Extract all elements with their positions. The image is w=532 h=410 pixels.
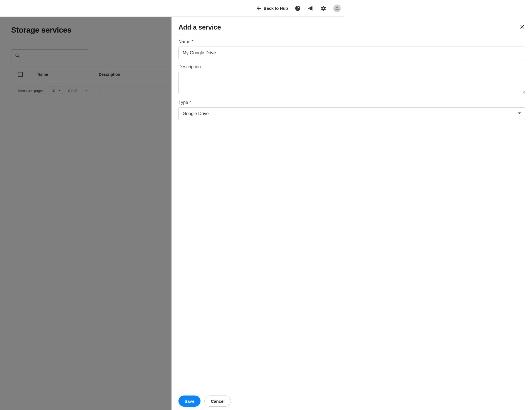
panel-body: Name * Description Type * Google Drive — [172, 35, 344, 265]
add-service-panel: Add a service Name * Description Type * … — [171, 17, 344, 265]
modal-scrim[interactable] — [0, 17, 171, 265]
arrow-left-icon — [256, 5, 262, 11]
type-select[interactable]: Google Drive — [178, 107, 344, 120]
settings-icon[interactable] — [320, 5, 327, 11]
help-icon[interactable] — [295, 5, 301, 11]
description-field[interactable] — [178, 72, 344, 94]
back-to-hub-link[interactable]: Back to Hub — [256, 5, 288, 11]
user-avatar[interactable] — [333, 4, 341, 12]
name-field-label: Name * — [178, 39, 344, 44]
description-field-label: Description — [178, 64, 344, 69]
back-to-hub-label: Back to Hub — [263, 6, 288, 11]
announcements-icon[interactable] — [308, 5, 314, 11]
panel-title: Add a service — [178, 23, 221, 31]
panel-header: Add a service — [172, 17, 344, 35]
type-field-label: Type * — [178, 100, 344, 105]
type-select-value: Google Drive — [183, 111, 209, 116]
top-bar: Back to Hub — [0, 0, 344, 17]
name-field[interactable] — [178, 47, 344, 59]
